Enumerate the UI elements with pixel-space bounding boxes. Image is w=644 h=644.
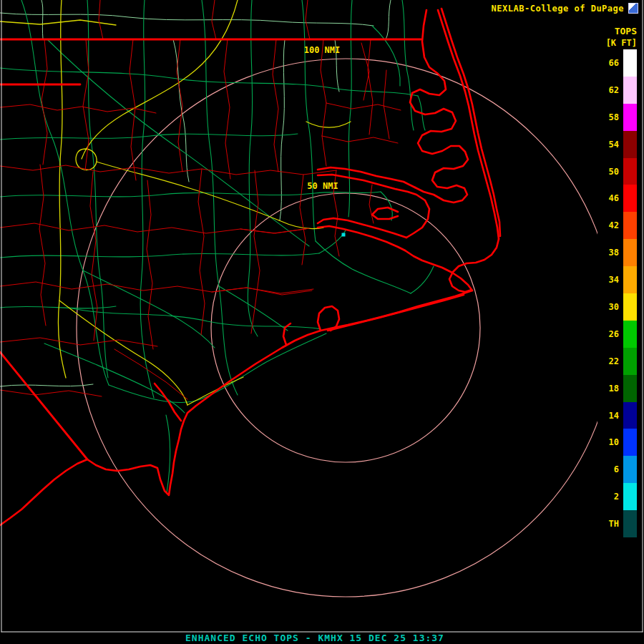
legend-entry: 14 — [597, 402, 637, 429]
header: NEXLAB-College of DuPage — [492, 3, 638, 14]
legend-swatch — [623, 321, 637, 348]
range-ring-label: 50 NMI — [307, 181, 338, 191]
radar-display: 50 NMI100 NMI NEXLAB-College of DuPage T… — [0, 0, 644, 644]
radar-site-marker — [342, 233, 346, 237]
legend-value-label: 58 — [597, 112, 623, 122]
legend-value-label: 34 — [597, 275, 623, 285]
legend-swatch — [623, 429, 637, 456]
legend-entry: 6 — [597, 456, 637, 483]
legend-swatch — [623, 212, 637, 239]
legend-swatch — [623, 158, 637, 185]
legend-entry: 54 — [597, 131, 637, 158]
legend-swatch — [623, 348, 637, 375]
legend-value-label: 62 — [597, 85, 623, 95]
legend-value-label: 6 — [597, 464, 623, 474]
legend-value-label: 46 — [597, 193, 623, 203]
color-scale-legend: TOPS [K FT] 6662585450464238343026221814… — [597, 26, 637, 537]
legend-entry: 46 — [597, 185, 637, 212]
radar-map: 50 NMI100 NMI — [0, 0, 644, 644]
legend-swatch — [623, 104, 637, 131]
legend-value-label: 10 — [597, 437, 623, 447]
range-ring-label: 100 NMI — [304, 45, 341, 55]
legend-value-label: 38 — [597, 248, 623, 258]
brand-text: NEXLAB-College of DuPage — [492, 4, 624, 14]
legend-value-label: 66 — [597, 58, 623, 68]
legend-value-label: 18 — [597, 384, 623, 394]
legend-value-label: 14 — [597, 411, 623, 421]
legend-value-label: 22 — [597, 356, 623, 366]
legend-swatch — [623, 77, 637, 104]
legend-swatch — [623, 239, 637, 266]
legend-value-label: 30 — [597, 302, 623, 312]
legend-entry: TH — [597, 510, 637, 537]
legend-entry: 18 — [597, 375, 637, 402]
legend-entry: 10 — [597, 429, 637, 456]
legend-swatch — [623, 510, 637, 537]
legend-entry: 34 — [597, 266, 637, 293]
legend-entry: 2 — [597, 483, 637, 510]
cod-logo-icon — [628, 3, 638, 14]
legend-value-label: 54 — [597, 140, 623, 150]
legend-value-label: 2 — [597, 492, 623, 502]
legend-scale: 66625854504642383430262218141062TH — [597, 49, 637, 537]
legend-entry: 50 — [597, 158, 637, 185]
legend-entry: 42 — [597, 212, 637, 239]
legend-value-label: 50 — [597, 167, 623, 177]
legend-unit: [K FT] — [597, 38, 637, 49]
legend-swatch — [623, 266, 637, 293]
legend-swatch — [623, 483, 637, 510]
legend-value-label: 26 — [597, 329, 623, 339]
legend-value-label: 42 — [597, 220, 623, 230]
legend-title: TOPS — [597, 26, 637, 38]
legend-swatch — [623, 402, 637, 429]
legend-value-label: TH — [597, 519, 623, 529]
legend-swatch — [623, 185, 637, 212]
legend-entry: 58 — [597, 104, 637, 131]
legend-swatch — [623, 131, 637, 158]
legend-swatch — [623, 456, 637, 483]
legend-swatch — [623, 293, 637, 321]
legend-swatch — [623, 49, 637, 77]
legend-entry: 26 — [597, 321, 637, 348]
ocean-background — [0, 0, 644, 644]
status-bar-text: ENHANCED ECHO TOPS - KMHX 15 DEC 25 13:3… — [0, 633, 630, 643]
legend-entry: 38 — [597, 239, 637, 266]
legend-entry: 30 — [597, 293, 637, 321]
legend-entry: 62 — [597, 77, 637, 104]
legend-entry: 22 — [597, 348, 637, 375]
legend-swatch — [623, 375, 637, 402]
legend-entry: 66 — [597, 49, 637, 77]
